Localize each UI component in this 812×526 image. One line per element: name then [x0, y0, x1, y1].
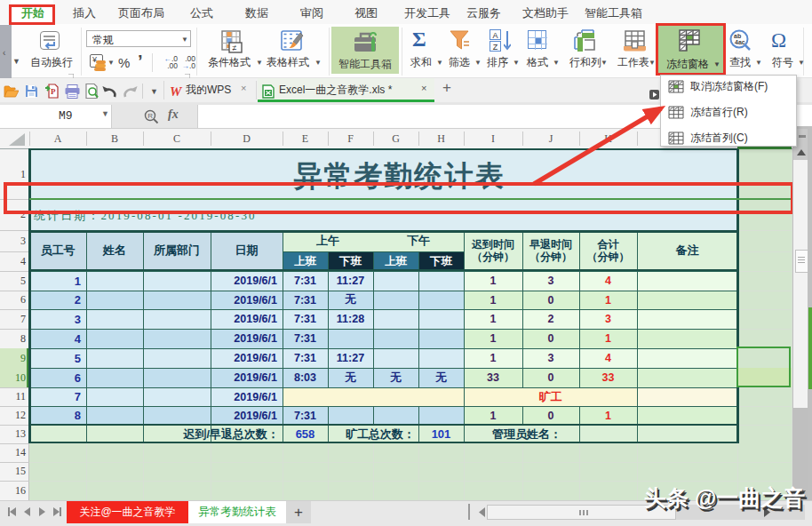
svg-text:ab: ab: [734, 33, 741, 39]
svg-text:4ac: 4ac: [735, 39, 745, 45]
svg-text:≠: ≠: [233, 44, 237, 52]
svg-text:R: R: [147, 112, 153, 120]
svg-text:P: P: [51, 87, 56, 96]
